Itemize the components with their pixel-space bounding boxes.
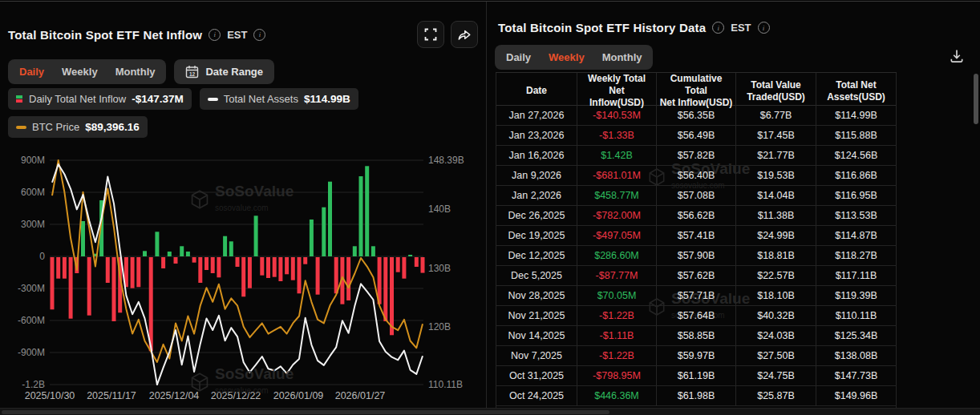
info-icon[interactable]: i	[712, 22, 724, 34]
info-icon[interactable]: i	[758, 22, 770, 34]
cell-cumulative-inflow: $56.40B	[657, 166, 736, 185]
cell-net-assets: $115.88B	[816, 126, 897, 145]
cell-weekly-inflow: $1.42B	[577, 146, 657, 165]
history-table: DateWeekly Total NetInflow(USD)Cumulativ…	[496, 72, 897, 408]
cell-date: Dec 19,2025	[496, 226, 577, 245]
table-row: Jan 16,2026$1.42B$57.82B$21.77B$124.56B	[496, 146, 897, 166]
cell-date: Nov 7,2025	[496, 346, 577, 365]
table-tab-weekly[interactable]: Weekly	[540, 47, 593, 67]
table-row: Jan 23,2026-$1.33B$56.49B$17.45B$115.88B	[496, 126, 897, 146]
column-header: Weekly Total NetInflow(USD)	[577, 73, 657, 109]
vertical-scrollbar[interactable]	[973, 72, 978, 407]
cell-value-traded: $24.99B	[736, 226, 816, 245]
cell-date: Dec 26,2025	[496, 206, 577, 225]
cell-date: Nov 28,2025	[496, 286, 577, 305]
cell-net-assets: $116.95B	[816, 186, 897, 205]
etf-netinflow-chart[interactable]: 900M600M300M0-300M-600M-900M-1.2B148.39B…	[0, 2, 486, 408]
right-axis-label: 110.11B	[428, 379, 463, 390]
download-icon	[949, 54, 965, 66]
cell-value-traded: $22.57B	[736, 266, 816, 285]
net-inflow-chart-panel: Total Bitcoin Spot ETF Net Inflow i EST …	[0, 2, 486, 408]
table-row: Jan 27,2026-$140.53M$56.35B$6.77B$114.99…	[496, 106, 897, 126]
cell-date: Jan 23,2026	[496, 126, 577, 145]
cell-cumulative-inflow: $57.90B	[657, 246, 736, 265]
x-axis-label: 2026/01/27	[335, 390, 386, 401]
column-header: Cumulative TotalNet Inflow(USD)	[657, 73, 736, 109]
horizontal-scrollbar[interactable]	[0, 408, 980, 415]
cell-value-traded: $18.10B	[736, 286, 816, 305]
table-row: Nov 21,2025-$1.22B$57.64B$40.32B$110.11B	[496, 306, 897, 326]
cell-date: Jan 16,2026	[496, 146, 577, 165]
cell-value-traded: $24.03B	[736, 326, 816, 345]
cell-net-assets: $119.39B	[816, 286, 897, 305]
cell-cumulative-inflow: $61.19B	[657, 366, 736, 385]
cell-value-traded: $19.53B	[736, 166, 816, 185]
table-header-row: DateWeekly Total NetInflow(USD)Cumulativ…	[496, 72, 897, 106]
cell-net-assets: $118.27B	[816, 246, 897, 265]
cell-cumulative-inflow: $56.62B	[657, 206, 736, 225]
table-row: Dec 26,2025-$782.00M$56.62B$11.38B$113.5…	[496, 206, 897, 226]
cell-weekly-inflow: $70.05M	[577, 286, 657, 305]
table-row: Dec 19,2025-$497.05M$57.41B$24.99B$114.8…	[496, 226, 897, 246]
cell-weekly-inflow: $286.60M	[577, 246, 657, 265]
cell-date: Oct 24,2025	[496, 386, 577, 405]
table-row: Dec 12,2025$286.60M$57.90B$18.81B$118.27…	[496, 246, 897, 266]
cell-cumulative-inflow: $57.82B	[657, 146, 736, 165]
table-row: Nov 14,2025-$1.11B$58.85B$24.03B$125.34B	[496, 326, 897, 346]
vertical-scrollbar-thumb[interactable]	[974, 74, 978, 124]
cell-weekly-inflow: -$798.95M	[577, 366, 657, 385]
left-axis-label: 0	[39, 251, 45, 262]
right-axis-label: 120B	[428, 321, 451, 332]
table-period-tabs: DailyWeeklyMonthly	[495, 45, 653, 70]
left-axis-label: -600M	[18, 315, 45, 326]
left-axis-label: -1.2B	[22, 379, 45, 390]
cell-cumulative-inflow: $57.08B	[657, 186, 736, 205]
table-row: Oct 24,2025$446.36M$61.98B$25.87B$149.96…	[496, 386, 897, 406]
cell-value-traded: $18.81B	[736, 246, 816, 265]
cell-cumulative-inflow: $61.98B	[657, 386, 736, 405]
cell-cumulative-inflow: $57.64B	[657, 306, 736, 325]
cell-net-assets: $149.96B	[816, 386, 897, 405]
cell-date: Nov 21,2025	[496, 306, 577, 325]
cell-cumulative-inflow: $57.62B	[657, 266, 736, 285]
x-axis-label: 2025/12/04	[149, 390, 200, 401]
table-row: Oct 31,2025-$798.95M$61.19B$24.75B$147.7…	[496, 366, 897, 386]
right-axis-label: 130B	[428, 263, 451, 274]
cell-value-traded: $14.04B	[736, 186, 816, 205]
left-axis-label: 600M	[21, 187, 45, 198]
table-tab-monthly[interactable]: Monthly	[593, 47, 651, 67]
cell-net-assets: $114.99B	[816, 106, 897, 125]
cell-net-assets: $110.11B	[816, 306, 897, 325]
cell-date: Oct 31,2025	[496, 366, 577, 385]
cell-net-assets: $116.86B	[816, 166, 897, 185]
left-axis-label: 300M	[21, 219, 45, 230]
table-tab-daily[interactable]: Daily	[497, 47, 540, 67]
right-axis-label: 140B	[428, 203, 451, 215]
cell-cumulative-inflow: $56.49B	[657, 126, 736, 145]
cell-weekly-inflow: -$681.01M	[577, 166, 657, 185]
timezone-label: EST	[731, 22, 751, 34]
cell-value-traded: $27.50B	[736, 346, 816, 365]
cell-date: Nov 14,2025	[496, 326, 577, 345]
cell-cumulative-inflow: $56.35B	[657, 106, 736, 125]
cell-cumulative-inflow: $58.85B	[657, 326, 736, 345]
cell-net-assets: $138.08B	[816, 346, 897, 365]
table-panel-title: Total Bitcoin Spot ETF History Data	[498, 21, 706, 34]
cell-cumulative-inflow: $57.71B	[657, 286, 736, 305]
dashboard-page: Total Bitcoin Spot ETF Net Inflow i EST …	[0, 0, 980, 415]
cell-date: Dec 5,2025	[496, 266, 577, 285]
cell-cumulative-inflow: $59.97B	[657, 346, 736, 365]
cell-value-traded: $6.77B	[736, 106, 816, 125]
cell-weekly-inflow: -$1.22B	[577, 306, 657, 325]
left-axis-label: -900M	[18, 347, 45, 358]
cell-date: Jan 2,2026	[496, 186, 577, 205]
cell-weekly-inflow: -$782.00M	[577, 206, 657, 225]
left-axis-label: 900M	[21, 155, 45, 166]
download-button[interactable]	[946, 46, 967, 67]
cell-net-assets: $113.53B	[816, 206, 897, 225]
cell-weekly-inflow: -$87.77M	[577, 266, 657, 285]
cell-weekly-inflow: -$140.53M	[577, 106, 657, 125]
cell-weekly-inflow: -$497.05M	[577, 226, 657, 245]
horizontal-scrollbar-thumb[interactable]	[2, 410, 609, 414]
history-data-panel: Total Bitcoin Spot ETF History Data i ES…	[487, 2, 980, 408]
